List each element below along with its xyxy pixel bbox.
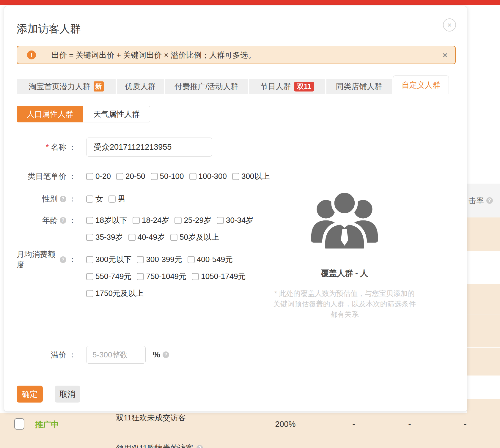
checkbox[interactable] [151,173,158,180]
add-visitor-audience-modal: 添加访客人群 × ! 出价 = 关键词出价 + 关键词出价 × 溢价比例；人群可… [4,6,467,412]
checkbox[interactable] [232,173,239,180]
cancel-button[interactable]: 取消 [55,386,80,403]
premium-label: 溢价 ： [17,346,76,364]
checkbox[interactable] [86,256,93,263]
checkbox[interactable] [116,173,123,180]
checkbox-option[interactable]: 35-39岁 [86,232,123,242]
bid-formula-banner: ! 出价 = 关键词出价 + 关键词出价 × 溢价比例；人群可多选。 × [17,46,456,64]
required-asterisk: * [46,143,49,152]
coverage-disclaimer: * 此处的覆盖人数为预估值，与您宝贝添加的 关键词预估覆盖的人群，以及本次的筛选… [264,288,425,319]
checkbox-option[interactable]: 750-1049元 [137,271,186,282]
checkbox[interactable] [86,290,93,297]
tab-5[interactable]: 自定义人群 [393,75,449,94]
form-label: 年龄?： [17,212,76,229]
checkbox[interactable] [86,173,93,180]
checkbox[interactable] [137,273,144,280]
checkbox[interactable] [109,195,116,203]
subtab-demographic[interactable]: 人口属性人群 [17,106,83,122]
subtab-weather[interactable]: 天气属性人群 [83,106,150,122]
checkbox-option[interactable]: 1750元及以上 [86,288,144,299]
checkbox[interactable] [192,273,199,280]
banner-text: 出价 = 关键词出价 + 关键词出价 × 溢价比例；人群可多选。 [51,50,256,60]
checkbox-option[interactable]: 550-749元 [86,271,131,282]
premium-input[interactable] [86,346,146,364]
audience-row-premium: 200% [269,420,302,429]
checkbox[interactable] [217,217,224,224]
bg-row-band [467,348,500,376]
checkbox-label: 100-300 [199,172,227,181]
checkbox-option[interactable]: 20-50 [116,172,145,181]
checkbox-label: 300以上 [241,171,270,182]
audience-row-name: 双11狂欢未成交访客 [116,413,186,423]
row-checkbox[interactable] [14,418,24,430]
checkbox-option[interactable]: 25-29岁 [174,215,211,225]
checkbox-label: 50-100 [160,172,184,181]
help-icon[interactable]: ? [60,217,66,224]
premium-field-row: 溢价 ： % ? [17,346,169,364]
bg-row-band [467,251,500,268]
checkbox-option[interactable]: 300-399元 [137,254,182,265]
checkbox-option[interactable]: 18-24岁 [133,215,169,225]
confirm-button[interactable]: 确定 [17,386,43,403]
status-badge: 推广中 [35,419,59,430]
checkbox-option[interactable]: 300以上 [232,171,270,182]
checkbox[interactable] [86,217,93,224]
tab-1[interactable]: 优质人群 [117,79,164,94]
bg-header-label: 击率 [468,195,484,206]
checkbox[interactable] [188,256,195,263]
checkbox-label: 300元以下 [95,254,131,265]
form-label: 月均消费额度?： [17,251,76,268]
checkbox[interactable] [86,273,93,280]
checkbox-option[interactable]: 30-34岁 [217,215,254,225]
checkbox-option[interactable]: 1050-1749元 [192,271,246,282]
help-icon[interactable]: ? [60,196,66,202]
checkbox-option[interactable]: 400-549元 [188,254,233,265]
bg-row-band [467,315,500,347]
checkbox-option[interactable]: 50岁及以上 [170,232,219,242]
help-icon[interactable]: ? [163,351,169,358]
tab-2[interactable]: 付费推广/活动人群 [165,79,248,94]
checkbox-option[interactable]: 300元以下 [86,254,131,265]
tab-label: 节日人群 [260,81,291,92]
checkbox[interactable] [128,234,136,241]
checkbox-option[interactable]: 50-100 [151,172,184,181]
red-badge: 双11 [294,82,314,92]
checkbox-option[interactable]: 18岁以下 [86,215,127,225]
help-icon[interactable]: ? [196,445,203,448]
tab-label: 付费推广/活动人群 [174,81,238,92]
help-icon[interactable]: ? [486,197,493,204]
checkbox[interactable] [170,234,177,241]
tab-label: 优质人群 [125,81,156,92]
checkbox-option[interactable]: 40-49岁 [128,232,165,242]
close-icon[interactable]: × [443,18,456,31]
help-icon[interactable]: ? [60,256,66,263]
form-row-0: 类目笔单价：0-2020-5050-100100-300300以上 [17,168,275,185]
form-label: 性别?： [17,190,76,207]
checkbox[interactable] [174,217,182,224]
row-divider [0,439,500,439]
checkbox-option[interactable]: 女 [86,194,103,204]
checkbox-option[interactable]: 0-20 [86,172,111,181]
bg-row-band [467,376,500,399]
bg-table-header: 击率 ? [467,184,500,217]
checkbox[interactable] [133,217,140,224]
checkbox-label: 400-549元 [197,254,233,265]
banner-close-icon[interactable]: × [443,51,447,60]
tab-label: 淘宝首页潜力人群 [29,81,91,92]
checkbox-label: 男 [118,194,125,204]
checkbox[interactable] [137,256,144,263]
checkbox[interactable] [86,234,93,241]
tab-4[interactable]: 同类店铺人群 [326,79,392,94]
audience-name-input[interactable] [86,138,212,157]
top-red-bar [0,0,500,5]
bg-row-band [467,284,500,315]
checkbox-option[interactable]: 100-300 [189,172,227,181]
tab-3[interactable]: 节日人群双11 [249,79,325,94]
tab-label: 自定义人群 [402,80,440,90]
page-title: 添加访客人群 [17,22,81,36]
checkbox-option[interactable]: 男 [109,194,125,204]
checkbox-label: 25-29岁 [184,215,211,225]
checkbox[interactable] [86,195,93,203]
tab-0[interactable]: 淘宝首页潜力人群新 [17,79,116,94]
checkbox[interactable] [189,173,196,180]
